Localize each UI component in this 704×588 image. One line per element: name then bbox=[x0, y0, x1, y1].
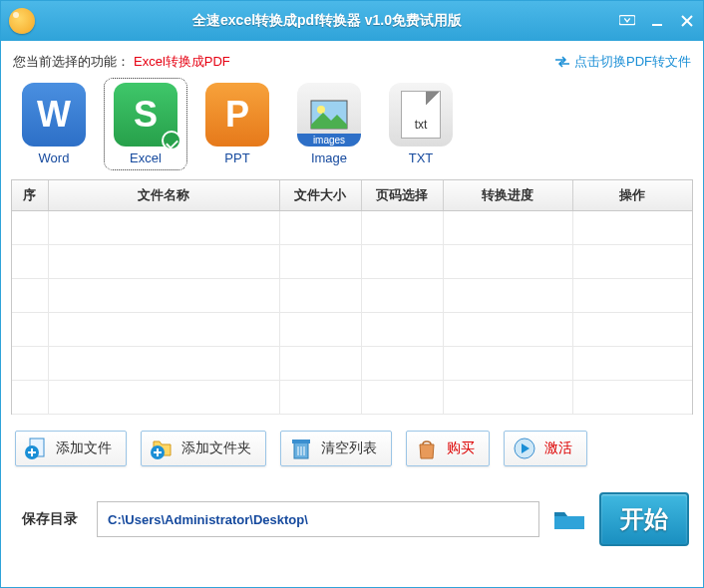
col-filename[interactable]: 文件名称 bbox=[48, 180, 279, 211]
save-dir-label: 保存目录 bbox=[15, 510, 85, 528]
action-buttons: 添加文件 添加文件夹 清空列表 购买 激活 bbox=[11, 415, 693, 474]
button-label: 购买 bbox=[447, 440, 475, 457]
format-ppt[interactable]: P PPT bbox=[198, 81, 276, 167]
table-row bbox=[12, 313, 692, 347]
button-label: 添加文件夹 bbox=[181, 440, 251, 457]
function-row: 您当前选择的功能： Excel转换成PDF 点击切换PDF转文件 bbox=[11, 49, 693, 81]
table-row bbox=[12, 245, 692, 279]
browse-folder-button[interactable] bbox=[551, 506, 587, 532]
app-window: 全速excel转换成pdf转换器 v1.0免费试用版 您当前选择的功能： Exc… bbox=[0, 0, 704, 588]
table-row bbox=[12, 279, 692, 313]
add-folder-button[interactable]: 添加文件夹 bbox=[141, 431, 266, 466]
titlebar: 全速excel转换成pdf转换器 v1.0免费试用版 bbox=[1, 1, 703, 41]
close-icon[interactable] bbox=[679, 13, 695, 29]
format-label: PPT bbox=[224, 150, 249, 165]
svg-rect-14 bbox=[292, 440, 310, 443]
app-logo-icon bbox=[9, 8, 35, 34]
minimize-icon[interactable] bbox=[649, 13, 665, 29]
window-controls bbox=[619, 13, 695, 29]
ppt-icon: P bbox=[205, 83, 269, 147]
function-name: Excel转换成PDF bbox=[134, 53, 230, 71]
format-word[interactable]: W Word bbox=[15, 81, 93, 167]
save-row: 保存目录 开始 bbox=[11, 474, 693, 552]
content-area: 您当前选择的功能： Excel转换成PDF 点击切换PDF转文件 W Word … bbox=[1, 41, 703, 587]
add-folder-icon bbox=[148, 435, 176, 462]
clear-list-button[interactable]: 清空列表 bbox=[280, 431, 392, 466]
start-label: 开始 bbox=[620, 503, 668, 535]
format-label: Image bbox=[311, 150, 347, 165]
col-progress[interactable]: 转换进度 bbox=[443, 180, 572, 211]
add-file-button[interactable]: 添加文件 bbox=[15, 431, 127, 466]
switch-mode-link[interactable]: 点击切换PDF转文件 bbox=[554, 53, 691, 71]
button-label: 添加文件 bbox=[56, 440, 112, 457]
format-label: TXT bbox=[409, 150, 434, 165]
image-icon: images bbox=[297, 83, 361, 147]
format-txt[interactable]: txt TXT bbox=[382, 81, 460, 167]
activate-icon bbox=[511, 435, 538, 462]
button-label: 激活 bbox=[544, 440, 572, 457]
image-sub-label: images bbox=[297, 134, 361, 147]
activate-button[interactable]: 激活 bbox=[504, 431, 587, 466]
shopping-bag-icon bbox=[413, 435, 441, 462]
col-actions[interactable]: 操作 bbox=[572, 180, 692, 211]
swap-icon bbox=[554, 56, 570, 68]
svg-rect-0 bbox=[619, 16, 635, 25]
svg-point-5 bbox=[317, 106, 325, 114]
col-index[interactable]: 序 bbox=[12, 180, 48, 211]
save-dir-input[interactable] bbox=[97, 501, 539, 537]
format-excel[interactable]: S Excel bbox=[107, 81, 184, 167]
trash-icon bbox=[287, 435, 315, 462]
word-icon: W bbox=[22, 83, 86, 147]
button-label: 清空列表 bbox=[321, 440, 377, 457]
format-label: Word bbox=[39, 150, 70, 165]
table-row bbox=[12, 211, 692, 245]
window-title: 全速excel转换成pdf转换器 v1.0免费试用版 bbox=[35, 12, 619, 30]
format-label: Excel bbox=[130, 150, 162, 165]
start-button[interactable]: 开始 bbox=[599, 492, 689, 546]
format-image[interactable]: images Image bbox=[290, 81, 368, 167]
table-row bbox=[12, 381, 692, 415]
switch-mode-text: 点击切换PDF转文件 bbox=[574, 53, 691, 71]
function-label: 您当前选择的功能： bbox=[13, 53, 130, 71]
check-badge-icon bbox=[162, 131, 181, 150]
dropdown-icon[interactable] bbox=[619, 13, 635, 29]
col-pages[interactable]: 页码选择 bbox=[361, 180, 443, 211]
excel-icon: S bbox=[114, 83, 177, 147]
col-filesize[interactable]: 文件大小 bbox=[279, 180, 361, 211]
table-row bbox=[12, 347, 692, 381]
format-tiles: W Word S Excel P PPT images Image txt bbox=[11, 81, 693, 179]
add-file-icon bbox=[22, 435, 50, 462]
file-table: 序 文件名称 文件大小 页码选择 转换进度 操作 bbox=[11, 179, 693, 415]
txt-icon: txt bbox=[389, 83, 453, 147]
buy-button[interactable]: 购买 bbox=[406, 431, 490, 466]
